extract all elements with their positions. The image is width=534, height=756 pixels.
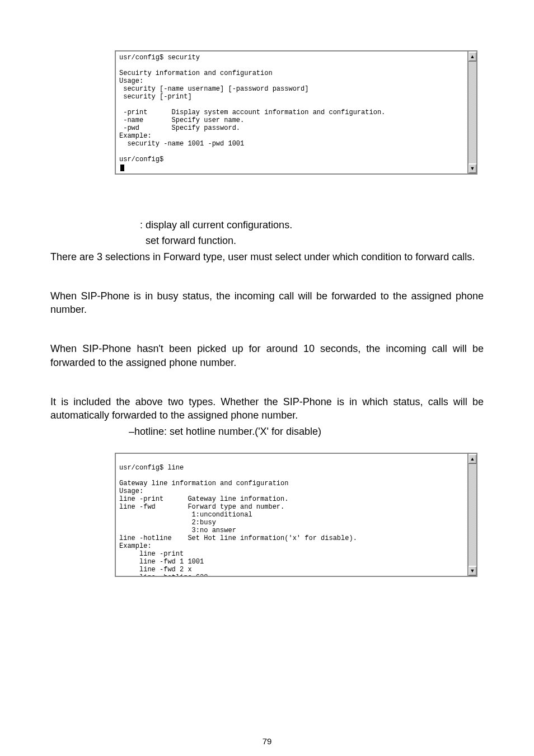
terminal-line: Example:	[119, 132, 152, 140]
text-unconditional: It is included the above two types. Whet…	[50, 395, 484, 422]
terminal-line: line -hotline 628	[119, 574, 208, 577]
terminal-line: usr/config$ line Gateway line informatio…	[115, 453, 467, 577]
cursor-icon	[120, 165, 124, 171]
terminal-line: usr/config$ line	[119, 464, 184, 472]
scroll-down-button[interactable]: ▼	[469, 163, 476, 173]
terminal-line: Usage:	[119, 77, 143, 85]
terminal-line: 1:unconditional	[119, 511, 252, 519]
terminal-line: Gateway line information and configurati…	[119, 480, 288, 487]
terminal-line-wrap: usr/config$ line Gateway line informatio…	[115, 453, 467, 577]
terminal-line: 3:no answer	[119, 527, 236, 534]
terminal-line: -pwd Specify password.	[119, 124, 240, 132]
text-setfwd: set forward function.	[50, 234, 484, 247]
page: usr/config$ security Secuirty informatio…	[0, 0, 534, 756]
text-hotline: –hotline: set hotline number.('X' for di…	[50, 425, 484, 438]
terminal-line: security [-name username] [-password pas…	[119, 85, 308, 93]
terminal-line: -name Specify user name.	[119, 116, 244, 124]
text-noanswer: When SIP-Phone hasn't been picked up for…	[50, 342, 484, 369]
terminal-security: usr/config$ security Secuirty informatio…	[115, 50, 467, 175]
terminal-line: line -fwd 1 1001	[119, 558, 204, 566]
page-number: 79	[0, 736, 534, 746]
scroll-track[interactable]	[469, 464, 476, 566]
scroll-down-button[interactable]: ▼	[469, 566, 476, 576]
scroll-track[interactable]	[469, 62, 476, 163]
terminal-line: line -fwd Forward type and number.	[119, 503, 284, 511]
text-busy: When SIP-Phone is in busy status, the in…	[50, 289, 484, 317]
terminal-scrollbar[interactable]: ▲ ▼	[467, 50, 477, 175]
terminal-line: line -print Gateway line information.	[119, 495, 288, 503]
terminal-security-wrap: usr/config$ security Secuirty informatio…	[115, 50, 467, 175]
terminal-line: -print Display system account informatio…	[119, 109, 385, 116]
terminal-line: security [-print]	[119, 93, 192, 101]
terminal-line: Usage:	[119, 487, 143, 495]
terminal-line: 2:busy	[119, 519, 216, 527]
terminal-line: Example:	[119, 542, 152, 550]
terminal-prompt: usr/config$	[119, 156, 163, 163]
terminal-line: line -hotline Set Hot line information('…	[119, 534, 357, 542]
terminal-line: line -fwd 2 x	[119, 566, 192, 574]
scroll-up-button[interactable]: ▲	[469, 454, 476, 464]
terminal-line: security -name 1001 -pwd 1001	[119, 140, 244, 148]
terminal-line: line -print	[119, 550, 184, 558]
scroll-up-button[interactable]: ▲	[469, 51, 476, 62]
text-print: : display all current configurations.	[50, 218, 484, 232]
terminal-scrollbar[interactable]: ▲ ▼	[467, 453, 477, 577]
terminal-line: Secuirty information and configuration	[119, 69, 273, 77]
text-fwd-intro: There are 3 selections in Forward type, …	[50, 250, 484, 264]
terminal-line: usr/config$ security	[119, 54, 200, 62]
